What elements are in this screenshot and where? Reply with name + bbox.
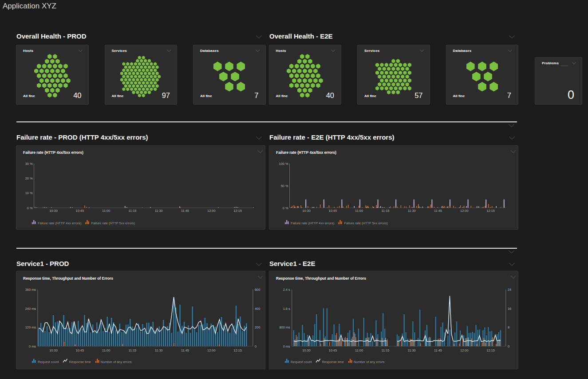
svg-text:11:45: 11:45 [181, 348, 189, 352]
svg-text:11:00: 11:00 [355, 209, 363, 213]
svg-text:Failure rate (HTTP 5xx errors): Failure rate (HTTP 5xx errors) [91, 221, 135, 225]
svg-text:10:30: 10:30 [49, 209, 58, 213]
svg-text:Failure rate (HTTP 4xx/5xx err: Failure rate (HTTP 4xx/5xx errors) [23, 150, 83, 155]
svg-text:11:00: 11:00 [355, 348, 363, 352]
svg-text:Failure rate (HTTP 4xx/5xx err: Failure rate (HTTP 4xx/5xx errors) [276, 150, 336, 155]
svg-text:Number of any errors: Number of any errors [101, 360, 132, 364]
svg-text:1.6 s: 1.6 s [283, 307, 290, 311]
svg-text:Response time, Throughput and: Response time, Throughput and Number of … [276, 276, 366, 281]
svg-text:10:30: 10:30 [302, 348, 311, 352]
svg-text:Request count: Request count [291, 360, 312, 364]
svg-text:10:45: 10:45 [328, 348, 337, 352]
svg-text:11:00: 11:00 [102, 209, 110, 213]
svg-text:360 ms: 360 ms [25, 288, 36, 292]
svg-text:0: 0 [255, 344, 257, 348]
svg-text:10:45: 10:45 [76, 209, 84, 213]
svg-text:Failure rate (HTTP 4xx errors): Failure rate (HTTP 4xx errors) [38, 221, 81, 225]
svg-text:10:30: 10:30 [49, 348, 58, 352]
svg-text:11:30: 11:30 [407, 348, 415, 352]
svg-text:11:30: 11:30 [155, 348, 163, 352]
svg-text:11:00: 11:00 [102, 348, 110, 352]
svg-text:400: 400 [255, 307, 260, 311]
svg-text:10 %: 10 % [25, 191, 33, 195]
svg-text:600: 600 [255, 288, 260, 292]
svg-text:24: 24 [508, 288, 511, 292]
svg-text:2.4 s: 2.4 s [283, 288, 290, 292]
svg-text:11:15: 11:15 [381, 348, 389, 352]
svg-text:11:45: 11:45 [434, 348, 442, 352]
svg-text:120 ms: 120 ms [25, 325, 36, 329]
svg-text:Response time, Throughput and: Response time, Throughput and Number of … [23, 276, 113, 281]
svg-text:Failure rate (HTTP 4xx errors): Failure rate (HTTP 4xx errors) [291, 221, 334, 225]
svg-text:Response time: Response time [69, 360, 91, 364]
svg-text:240 ms: 240 ms [25, 307, 36, 311]
svg-text:0 %: 0 % [282, 206, 288, 210]
svg-text:Failure rate (HTTP 5xx errors): Failure rate (HTTP 5xx errors) [344, 221, 387, 225]
svg-text:11:15: 11:15 [128, 209, 136, 213]
svg-text:Request count: Request count [38, 360, 59, 364]
svg-text:11:45: 11:45 [181, 209, 189, 213]
svg-text:12:15: 12:15 [233, 209, 242, 213]
svg-text:Response time: Response time [322, 360, 343, 364]
svg-text:12:00: 12:00 [460, 209, 469, 213]
svg-text:0: 0 [508, 344, 509, 348]
svg-text:0 ms: 0 ms [283, 344, 290, 348]
svg-text:11:15: 11:15 [128, 348, 136, 352]
svg-text:0 ms: 0 ms [29, 344, 36, 348]
svg-text:8: 8 [508, 325, 509, 329]
svg-text:10:30: 10:30 [302, 209, 311, 213]
svg-text:10:45: 10:45 [328, 209, 337, 213]
svg-text:12:15: 12:15 [233, 348, 242, 352]
svg-text:0 %: 0 % [27, 206, 33, 210]
svg-text:12:00: 12:00 [460, 348, 469, 352]
svg-text:100 %: 100 % [279, 162, 288, 166]
svg-text:12:00: 12:00 [207, 348, 216, 352]
svg-text:11:30: 11:30 [407, 209, 415, 213]
svg-text:11:15: 11:15 [381, 209, 389, 213]
svg-text:12:15: 12:15 [486, 209, 495, 213]
svg-text:800 ms: 800 ms [279, 325, 290, 329]
svg-text:Number of any errors: Number of any errors [353, 360, 384, 364]
svg-text:12:15: 12:15 [486, 348, 495, 352]
svg-text:10:45: 10:45 [76, 348, 84, 352]
svg-text:16: 16 [508, 307, 511, 311]
svg-text:20 %: 20 % [25, 176, 33, 180]
svg-text:12:00: 12:00 [207, 209, 216, 213]
svg-text:30 %: 30 % [25, 162, 33, 166]
svg-text:200: 200 [255, 325, 260, 329]
svg-text:50 %: 50 % [280, 184, 288, 188]
svg-text:11:45: 11:45 [434, 209, 442, 213]
svg-text:11:30: 11:30 [155, 209, 163, 213]
